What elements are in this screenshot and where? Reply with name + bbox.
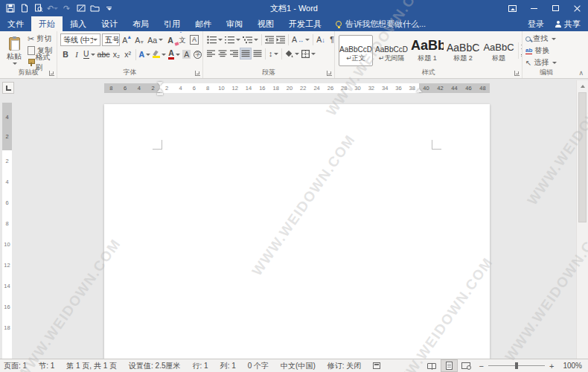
new-document-icon[interactable] bbox=[17, 0, 31, 16]
style-heading2[interactable]: AaBbC 标题 2 bbox=[446, 35, 480, 66]
grow-font-button[interactable]: A▲ bbox=[121, 34, 132, 46]
tab-layout[interactable]: 布局 bbox=[125, 16, 156, 31]
first-line-indent-marker[interactable] bbox=[157, 82, 163, 86]
left-indent-marker[interactable] bbox=[157, 93, 163, 95]
justify-button[interactable] bbox=[240, 48, 252, 60]
close-icon[interactable] bbox=[566, 0, 588, 16]
replace-button[interactable]: ab替换 bbox=[525, 45, 557, 56]
character-shading-button[interactable]: A bbox=[182, 48, 192, 60]
status-page[interactable]: 页面: 1 bbox=[0, 361, 33, 371]
open-folder-icon[interactable] bbox=[88, 0, 102, 16]
tab-design[interactable]: 设计 bbox=[94, 16, 125, 31]
tab-view[interactable]: 视图 bbox=[250, 16, 281, 31]
paste-button[interactable]: 粘贴 bbox=[3, 33, 25, 68]
asian-layout-button[interactable]: A bbox=[291, 33, 310, 45]
italic-button[interactable]: I bbox=[71, 48, 82, 60]
style-title[interactable]: AaBbC 标题 bbox=[482, 35, 516, 66]
tab-review[interactable]: 审阅 bbox=[219, 16, 250, 31]
collapse-ribbon-icon[interactable]: ∧ bbox=[578, 69, 584, 77]
distribute-button[interactable] bbox=[252, 48, 263, 60]
show-hide-marks-button[interactable]: ¶ bbox=[327, 33, 335, 45]
font-dialog-launcher-icon[interactable] bbox=[195, 71, 200, 76]
zoom-slider-thumb[interactable] bbox=[515, 362, 518, 369]
zoom-level[interactable]: 100% bbox=[558, 362, 588, 370]
scrollbar-thumb[interactable] bbox=[578, 92, 587, 222]
web-layout-button[interactable] bbox=[458, 359, 475, 372]
enclose-characters-button[interactable]: 字 bbox=[193, 48, 203, 60]
bullets-button[interactable] bbox=[206, 33, 223, 45]
status-column[interactable]: 列: 1 bbox=[214, 361, 242, 371]
text-effects-button[interactable]: A bbox=[138, 48, 152, 60]
status-track-changes[interactable]: 修订: 关闭 bbox=[322, 361, 368, 371]
edit-document-icon[interactable] bbox=[74, 0, 88, 16]
change-case-button[interactable]: Aa bbox=[147, 34, 164, 46]
print-layout-button[interactable] bbox=[441, 359, 458, 372]
styles-dialog-launcher-icon[interactable] bbox=[514, 71, 520, 76]
macro-record-icon[interactable] bbox=[373, 362, 380, 369]
minimize-icon[interactable] bbox=[523, 0, 545, 16]
sort-button[interactable]: A bbox=[316, 33, 326, 45]
share-button[interactable]: 共享 bbox=[555, 19, 581, 30]
clipboard-dialog-launcher-icon[interactable] bbox=[49, 71, 54, 76]
style-heading1[interactable]: AaBbC 标题 1 bbox=[410, 35, 444, 66]
status-line[interactable]: 行: 1 bbox=[187, 361, 214, 371]
customize-quick-access-icon[interactable] bbox=[102, 0, 116, 16]
tab-file[interactable]: 文件 bbox=[0, 16, 31, 31]
hanging-indent-marker[interactable] bbox=[157, 89, 163, 92]
align-right-button[interactable] bbox=[229, 48, 239, 60]
align-left-button[interactable] bbox=[206, 48, 217, 60]
font-name-select[interactable]: 等线 (中文正文 bbox=[60, 33, 100, 46]
ribbon-display-options-icon[interactable] bbox=[502, 0, 523, 16]
tab-references[interactable]: 引用 bbox=[156, 16, 188, 31]
undo-icon[interactable]: ↶ bbox=[45, 0, 60, 16]
zoom-out-button[interactable]: − bbox=[475, 362, 488, 371]
numbering-button[interactable] bbox=[224, 33, 241, 45]
decrease-indent-button[interactable] bbox=[264, 33, 275, 45]
text-highlight-button[interactable] bbox=[152, 48, 167, 60]
phonetic-guide-button[interactable]: 文 bbox=[177, 34, 188, 46]
style-no-spacing[interactable]: AaBbCcDc ↵无间隔 bbox=[374, 35, 409, 66]
tab-home[interactable]: 开始 bbox=[31, 16, 63, 31]
status-section[interactable]: 节: 1 bbox=[33, 361, 60, 371]
multilevel-list-button[interactable] bbox=[242, 33, 259, 45]
format-painter-button[interactable]: 格式刷 bbox=[28, 57, 54, 68]
underline-button[interactable]: U bbox=[83, 48, 96, 60]
vertical-scrollbar[interactable] bbox=[576, 80, 588, 359]
style-normal[interactable]: AaBbCcDc ↵正文 bbox=[339, 35, 373, 66]
status-setting[interactable]: 设置值: 2.5厘米 bbox=[123, 361, 186, 371]
font-color-button[interactable]: A bbox=[167, 48, 181, 60]
read-mode-button[interactable] bbox=[424, 359, 441, 372]
redo-icon[interactable]: ↷ bbox=[60, 0, 74, 16]
shrink-font-button[interactable]: A▼ bbox=[134, 34, 145, 46]
paragraph-dialog-launcher-icon[interactable] bbox=[327, 71, 332, 76]
clear-formatting-button[interactable]: A bbox=[165, 34, 176, 46]
tab-insert[interactable]: 插入 bbox=[63, 16, 94, 31]
superscript-button[interactable]: x² bbox=[123, 48, 133, 60]
strikethrough-button[interactable]: abc bbox=[97, 48, 111, 60]
character-border-button[interactable]: A bbox=[189, 34, 199, 46]
zoom-slider[interactable] bbox=[488, 365, 545, 366]
vertical-ruler[interactable]: 42 24681012141618 bbox=[2, 103, 12, 359]
save-icon[interactable] bbox=[3, 0, 17, 16]
status-page-of-pages[interactable]: 第 1 页, 共 1 页 bbox=[60, 361, 123, 371]
increase-indent-button[interactable] bbox=[275, 33, 286, 45]
tab-mailings[interactable]: 邮件 bbox=[188, 16, 219, 31]
line-spacing-button[interactable]: ↕ bbox=[268, 48, 279, 60]
scroll-up-icon[interactable] bbox=[577, 80, 588, 92]
bold-button[interactable]: B bbox=[60, 48, 71, 60]
find-button[interactable]: 查找 bbox=[525, 33, 557, 44]
cut-button[interactable]: 剪切 bbox=[28, 33, 54, 44]
sign-in-button[interactable]: 登录 bbox=[528, 19, 544, 30]
status-word-count[interactable]: 0 个字 bbox=[242, 361, 275, 371]
zoom-in-button[interactable]: + bbox=[545, 362, 558, 371]
borders-button[interactable] bbox=[301, 48, 316, 60]
font-size-select[interactable]: 五号 bbox=[102, 33, 120, 46]
shading-button[interactable] bbox=[284, 48, 300, 60]
tab-stop-selector[interactable] bbox=[2, 82, 14, 94]
right-indent-marker[interactable] bbox=[416, 89, 422, 92]
print-preview-icon[interactable] bbox=[31, 0, 45, 16]
select-button[interactable]: 选择 bbox=[525, 57, 557, 68]
subscript-button[interactable]: x₂ bbox=[112, 48, 122, 60]
align-center-button[interactable] bbox=[217, 48, 228, 60]
tab-developer[interactable]: 开发工具 bbox=[281, 16, 329, 31]
